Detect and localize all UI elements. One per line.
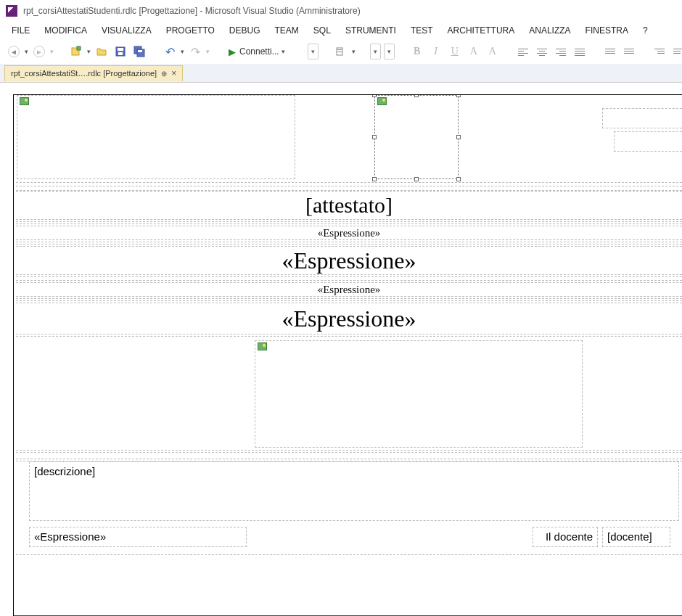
partial-box-right-2[interactable]: [614, 131, 682, 152]
pin-icon[interactable]: ⊕: [161, 70, 167, 78]
tabstrip: rpt_corsiAttestatiSt….rdlc [Progettazion…: [0, 64, 682, 83]
nav-back-button[interactable]: ◄: [6, 43, 22, 60]
underline-button[interactable]: U: [447, 43, 463, 60]
play-icon: ▶: [229, 46, 236, 57]
nav-forward-button[interactable]: ►: [31, 43, 47, 60]
menu-progetto[interactable]: PROGETTO: [159, 22, 222, 38]
field-expr-large-2[interactable]: «Espressione»: [16, 303, 682, 334]
save-all-button[interactable]: [131, 43, 147, 60]
label-il-docente: Il docente: [533, 527, 597, 546]
menu-sql[interactable]: SQL: [306, 22, 338, 38]
nav-forward-dropdown: ▾: [50, 48, 54, 55]
field-descrizione[interactable]: [descrizione]: [30, 462, 678, 480]
window-title: rpt_corsiAttestatiStudenti.rdlc [Progett…: [23, 6, 361, 16]
resize-handle[interactable]: [456, 94, 461, 97]
new-project-button[interactable]: [68, 43, 84, 60]
menubar: FILE MODIFICA VISUALIZZA PROGETTO DEBUG …: [0, 22, 682, 39]
field-expr-large-1[interactable]: «Espressione»: [16, 247, 682, 274]
row-expr-large-2[interactable]: «Espressione»: [16, 303, 682, 334]
align-right-button[interactable]: [553, 43, 569, 60]
row-gap-1: [16, 221, 682, 224]
font-size-combo[interactable]: ▾: [384, 44, 395, 59]
field-expr-small-1[interactable]: «Espressione»: [16, 226, 682, 239]
font-family-combo[interactable]: ▾: [370, 44, 381, 59]
row-gap-4: [16, 298, 682, 301]
report-design-surface[interactable]: [attestato] «Espressione» «Espressione» …: [13, 94, 682, 616]
close-icon[interactable]: ×: [171, 68, 176, 78]
bold-button[interactable]: B: [409, 43, 425, 60]
font-color-button[interactable]: A: [466, 43, 482, 60]
row-footer[interactable]: [descrizione] «Espressione» Il docente […: [16, 461, 682, 555]
redo-button: ↷: [187, 43, 203, 60]
db-icon[interactable]: [333, 43, 349, 60]
resize-handle[interactable]: [372, 94, 377, 97]
db-dropdown[interactable]: ▾: [352, 48, 356, 55]
redo-dropdown: ▾: [206, 48, 210, 55]
numbered-list-button[interactable]: [621, 43, 637, 60]
resize-handle[interactable]: [372, 177, 377, 181]
workspace: [attestato] «Espressione» «Espressione» …: [0, 83, 682, 616]
row-band-1[interactable]: [16, 95, 682, 191]
svg-rect-9: [337, 49, 342, 50]
menu-finestra[interactable]: FINESTRA: [578, 22, 636, 38]
row-gap-5: [16, 452, 682, 459]
field-expr-bottom[interactable]: «Espressione»: [30, 527, 246, 546]
outdent-button[interactable]: [652, 43, 667, 60]
list-button[interactable]: [602, 43, 618, 60]
resize-handle[interactable]: [414, 177, 419, 181]
tab-label: rpt_corsiAttestatiSt….rdlc [Progettazion…: [11, 69, 157, 78]
menu-visualizza[interactable]: VISUALIZZA: [94, 22, 159, 38]
combo-1[interactable]: ▾: [308, 44, 319, 59]
align-center-button[interactable]: [534, 43, 550, 60]
italic-button[interactable]: I: [428, 43, 444, 60]
bg-color-button[interactable]: A: [485, 43, 501, 60]
partial-box-right-1[interactable]: [602, 108, 682, 128]
menu-help[interactable]: ?: [636, 22, 655, 38]
connect-dropdown[interactable]: ▾: [282, 48, 289, 55]
nav-back-dropdown[interactable]: ▾: [25, 48, 28, 55]
menu-analizza[interactable]: ANALIZZA: [522, 22, 578, 38]
field-expr-small-2[interactable]: «Espressione»: [16, 283, 682, 296]
menu-architettura[interactable]: ARCHITETTURA: [440, 22, 522, 38]
row-center-image[interactable]: [16, 336, 682, 451]
row-expr-small-2[interactable]: «Espressione»: [16, 282, 682, 297]
row-attestato[interactable]: [attestato]: [16, 191, 682, 220]
resize-handle[interactable]: [456, 177, 461, 181]
titlebar: rpt_corsiAttestatiStudenti.rdlc [Progett…: [0, 0, 682, 22]
row-expr-small-1[interactable]: «Espressione»: [16, 226, 682, 240]
document-tab[interactable]: rpt_corsiAttestatiSt….rdlc [Progettazion…: [4, 65, 183, 81]
row-gap-2: [16, 242, 682, 245]
align-left-button[interactable]: [515, 43, 531, 60]
menu-team[interactable]: TEAM: [268, 22, 306, 38]
new-project-dropdown[interactable]: ▾: [87, 48, 91, 55]
selected-image-box[interactable]: [374, 95, 459, 179]
menu-test[interactable]: TEST: [403, 22, 440, 38]
image-box-center[interactable]: [255, 340, 583, 448]
row-gap-3: [16, 276, 682, 281]
field-docente[interactable]: [docente]: [603, 527, 670, 546]
image-icon: [258, 342, 267, 350]
menu-strumenti[interactable]: STRUMENTI: [338, 22, 403, 38]
align-justify-button[interactable]: [572, 43, 588, 60]
row-expr-large-1[interactable]: «Espressione»: [16, 246, 682, 275]
connect-label: Connetti...: [239, 46, 279, 57]
resize-handle[interactable]: [456, 135, 461, 139]
menu-debug[interactable]: DEBUG: [222, 22, 268, 38]
open-button[interactable]: [94, 43, 110, 60]
field-expr-bottom-box[interactable]: «Espressione»: [29, 527, 247, 547]
resize-handle[interactable]: [372, 135, 377, 139]
indent-button[interactable]: [670, 43, 682, 60]
resize-handle[interactable]: [414, 94, 419, 97]
field-descrizione-box[interactable]: [descrizione]: [29, 461, 679, 521]
field-attestato[interactable]: [attestato]: [16, 192, 682, 219]
undo-dropdown[interactable]: ▾: [181, 48, 184, 55]
menu-modifica[interactable]: MODIFICA: [37, 22, 94, 38]
menu-file[interactable]: FILE: [4, 22, 37, 38]
connect-button[interactable]: ▶ Connetti... ▾: [224, 44, 293, 59]
save-button[interactable]: [112, 43, 128, 60]
undo-button[interactable]: ↶: [162, 43, 178, 60]
svg-rect-10: [337, 52, 342, 52]
svg-rect-3: [118, 48, 123, 51]
field-docente-box[interactable]: [docente]: [602, 527, 670, 547]
label-il-docente-box[interactable]: Il docente: [533, 527, 598, 547]
